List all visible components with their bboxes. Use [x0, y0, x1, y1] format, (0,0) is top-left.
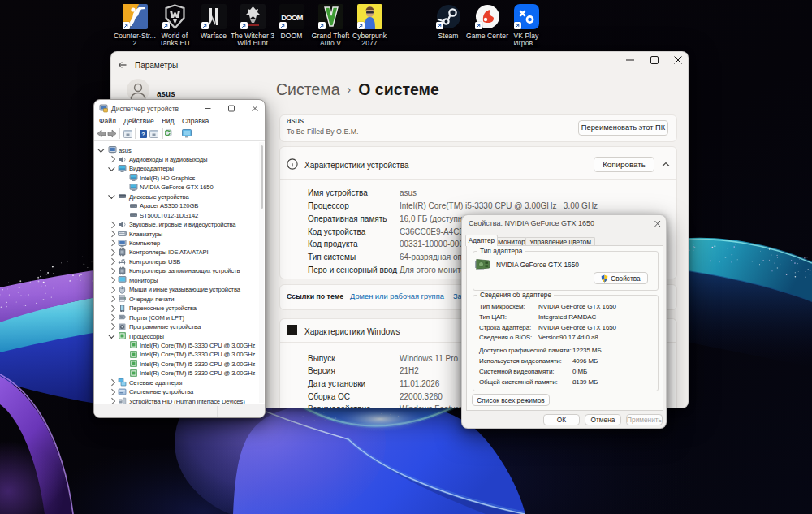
- svg-text:?: ?: [141, 131, 145, 136]
- svg-text:DOOM: DOOM: [281, 13, 303, 22]
